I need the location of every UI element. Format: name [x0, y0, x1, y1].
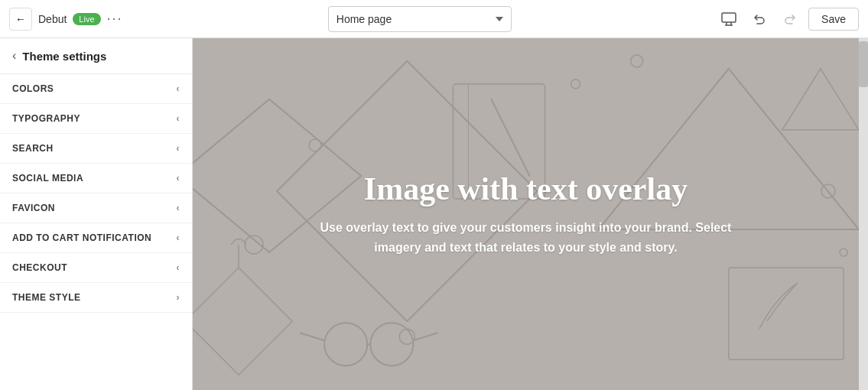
- save-button[interactable]: Save: [808, 8, 859, 31]
- back-button[interactable]: ←: [9, 8, 32, 31]
- store-name: Debut: [38, 13, 67, 25]
- svg-rect-0: [722, 13, 736, 22]
- svg-point-17: [324, 323, 367, 366]
- sidebar-item-add-to-cart-notification[interactable]: ADD TO CART NOTIFICATION‹: [0, 223, 192, 253]
- sidebar-item-label: COLORS: [12, 83, 54, 94]
- preview-area: Image with text overlay Use overlay text…: [193, 38, 868, 390]
- main-layout: ‹ Theme settings COLORS‹TYPOGRAPHY‹SEARC…: [0, 38, 868, 390]
- topbar-left: ← Debut Live ···: [9, 8, 123, 31]
- sidebar-item-label: FAVICON: [12, 203, 55, 213]
- sidebar-title: Theme settings: [22, 50, 106, 63]
- sidebar-back-button[interactable]: ‹: [12, 49, 16, 63]
- preview-scrollbar[interactable]: [859, 38, 868, 390]
- sidebar-item-label: ADD TO CART NOTIFICATION: [12, 232, 151, 243]
- svg-point-16: [840, 249, 847, 256]
- hero-text-overlay: Image with text overlay Use overlay text…: [258, 171, 794, 257]
- more-options-button[interactable]: ···: [107, 11, 123, 27]
- svg-rect-22: [729, 268, 844, 359]
- topbar-right: Save: [717, 7, 859, 31]
- svg-marker-23: [782, 69, 859, 130]
- svg-point-14: [631, 55, 643, 67]
- sidebar-item-colors[interactable]: COLORS‹: [0, 74, 192, 104]
- sidebar-item-label: SEARCH: [12, 143, 54, 154]
- hero-title: Image with text overlay: [304, 171, 748, 207]
- sidebar-item-search[interactable]: SEARCH‹: [0, 134, 192, 164]
- chevron-icon: ‹: [177, 203, 180, 213]
- chevron-icon: ‹: [177, 173, 180, 184]
- live-badge: Live: [73, 13, 100, 25]
- hero-section: Image with text overlay Use overlay text…: [193, 38, 859, 390]
- scrollbar-thumb: [859, 41, 868, 87]
- sidebar-item-social-media[interactable]: SOCIAL MEDIA‹: [0, 164, 192, 193]
- chevron-icon: ›: [177, 292, 180, 303]
- page-select[interactable]: Home page About Contact Products: [328, 6, 512, 32]
- svg-point-11: [309, 139, 321, 151]
- desktop-view-button[interactable]: [717, 7, 741, 31]
- desktop-icon: [721, 12, 736, 26]
- chevron-icon: ‹: [177, 113, 180, 124]
- chevron-icon: ‹: [177, 232, 180, 243]
- sidebar-item-label: TYPOGRAPHY: [12, 113, 80, 124]
- topbar: ← Debut Live ··· Home page About Contact…: [0, 0, 868, 38]
- sidebar-item-theme-style[interactable]: THEME STYLE›: [0, 283, 192, 313]
- undo-icon: [753, 13, 766, 25]
- chevron-icon: ‹: [177, 83, 180, 94]
- undo-button[interactable]: [747, 7, 772, 31]
- sidebar-item-label: SOCIAL MEDIA: [12, 173, 83, 184]
- svg-point-13: [571, 80, 580, 89]
- sidebar: ‹ Theme settings COLORS‹TYPOGRAPHY‹SEARC…: [0, 38, 193, 390]
- sidebar-item-favicon[interactable]: FAVICON‹: [0, 193, 192, 223]
- redo-button[interactable]: [778, 7, 802, 31]
- svg-line-21: [413, 333, 437, 340]
- svg-line-20: [300, 333, 324, 340]
- hero-subtitle: Use overlay text to give your customers …: [304, 218, 748, 257]
- sidebar-item-label: CHECKOUT: [12, 262, 67, 273]
- sidebar-header: ‹ Theme settings: [0, 38, 192, 74]
- sidebar-list: COLORS‹TYPOGRAPHY‹SEARCH‹SOCIAL MEDIA‹FA…: [0, 74, 192, 390]
- chevron-icon: ‹: [177, 262, 180, 273]
- redo-icon: [784, 13, 796, 25]
- sidebar-item-checkout[interactable]: CHECKOUT‹: [0, 253, 192, 283]
- topbar-center: Home page About Contact Products: [132, 6, 708, 32]
- chevron-icon: ‹: [177, 143, 180, 154]
- back-icon: ←: [15, 13, 26, 25]
- sidebar-item-typography[interactable]: TYPOGRAPHY‹: [0, 104, 192, 134]
- svg-marker-24: [193, 268, 292, 375]
- sidebar-item-label: THEME STYLE: [12, 292, 81, 303]
